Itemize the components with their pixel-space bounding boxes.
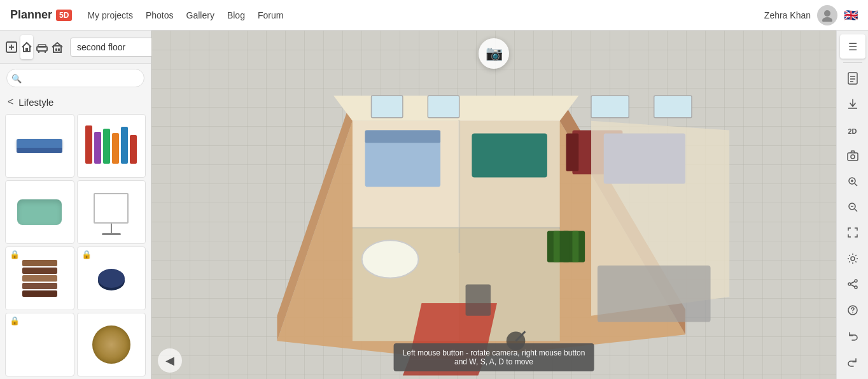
- redo-icon: [847, 356, 858, 370]
- undo-button[interactable]: [840, 325, 865, 349]
- search-wrap: 🔍: [0, 64, 151, 92]
- svg-marker-33: [403, 360, 484, 376]
- fullscreen-button[interactable]: [840, 222, 865, 246]
- svg-rect-10: [55, 48, 57, 51]
- svg-rect-30: [563, 231, 570, 262]
- svg-rect-36: [598, 266, 711, 322]
- zoom-in-button[interactable]: [840, 170, 865, 194]
- home-btn[interactable]: [20, 35, 33, 59]
- list-item[interactable]: 🔒: [77, 247, 146, 310]
- svg-point-58: [851, 257, 855, 261]
- top-nav: Planner 5D My projects Photos Gallery Bl…: [0, 0, 868, 31]
- category-header[interactable]: < Lifestyle: [0, 92, 151, 111]
- list-item[interactable]: [5, 114, 74, 178]
- gear-icon: [847, 253, 858, 267]
- settings-button[interactable]: [840, 248, 865, 272]
- back-arrow-icon: <: [8, 96, 13, 108]
- list-item[interactable]: [5, 180, 74, 244]
- help-icon: [847, 304, 858, 318]
- redo-button[interactable]: [840, 351, 865, 375]
- svg-rect-23: [365, 131, 440, 143]
- svg-point-50: [851, 155, 855, 159]
- zoom-out-icon: [847, 201, 858, 215]
- user-name: Zehra Khan: [764, 10, 811, 20]
- lock-icon: 🔒: [10, 316, 20, 325]
- list-item[interactable]: [77, 313, 146, 376]
- item-grid: 🔒 🔒 🔒: [0, 111, 151, 379]
- logo-text: Planner: [10, 8, 52, 22]
- left-arrow-icon: ◀: [165, 354, 174, 368]
- menu-button[interactable]: ☰: [840, 34, 865, 59]
- new-project-btn[interactable]: [5, 35, 18, 59]
- svg-line-63: [851, 285, 855, 287]
- right-sidebar: ☰ 2D: [836, 31, 868, 379]
- main-layout: second floor first floor third floor ▼ 🔍…: [0, 31, 868, 379]
- svg-point-61: [848, 283, 851, 285]
- nav-right: Zehra Khan 🇬🇧: [764, 5, 858, 25]
- zoom-out-button[interactable]: [840, 196, 865, 220]
- svg-rect-24: [472, 133, 547, 177]
- svg-line-62: [851, 282, 855, 283]
- svg-rect-40: [591, 96, 629, 118]
- svg-rect-44: [848, 73, 857, 84]
- undo-icon: [847, 330, 858, 344]
- floor-plan-svg: [151, 31, 836, 379]
- toolbar-row: second floor first floor third floor ▼: [0, 31, 151, 64]
- svg-point-65: [852, 312, 853, 313]
- divider: [843, 62, 862, 63]
- 2d-label: 2D: [848, 127, 857, 135]
- svg-point-0: [824, 10, 830, 17]
- svg-rect-31: [572, 231, 578, 262]
- building-btn[interactable]: [51, 35, 64, 59]
- svg-rect-41: [654, 96, 692, 118]
- svg-rect-29: [554, 231, 560, 262]
- nav-my-projects[interactable]: My projects: [87, 10, 133, 20]
- viewport-3d[interactable]: 📷 ◀ Left mouse button - rotate camera, r…: [151, 31, 836, 379]
- list-item[interactable]: [77, 180, 146, 244]
- lock-icon: 🔒: [81, 250, 92, 259]
- list-item[interactable]: 🔒: [5, 247, 74, 310]
- svg-rect-37: [604, 133, 685, 183]
- download-icon: [847, 98, 858, 112]
- svg-rect-38: [428, 96, 459, 118]
- nav-blog[interactable]: Blog: [227, 10, 245, 20]
- snapshot-button[interactable]: [840, 145, 865, 169]
- logo-badge: 5D: [56, 10, 72, 21]
- camera-icon: 📷: [486, 45, 503, 62]
- files-button[interactable]: [840, 67, 865, 91]
- share-icon: [847, 278, 858, 292]
- menu-icon: ☰: [848, 41, 857, 53]
- svg-rect-49: [848, 153, 858, 161]
- zoom-in-icon: [847, 176, 858, 190]
- svg-point-27: [362, 240, 419, 278]
- svg-line-52: [855, 183, 857, 186]
- svg-line-56: [855, 209, 857, 211]
- flag-icon: 🇬🇧: [844, 8, 858, 22]
- logo: Planner 5D: [10, 8, 72, 22]
- svg-point-60: [855, 286, 857, 289]
- nav-links: My projects Photos Gallery Blog Forum: [87, 10, 283, 20]
- share-button[interactable]: [840, 273, 865, 297]
- svg-rect-34: [466, 284, 491, 315]
- lock-icon: 🔒: [10, 250, 20, 259]
- svg-rect-39: [372, 96, 403, 118]
- snapshot-icon: [846, 150, 859, 164]
- nav-photos[interactable]: Photos: [146, 10, 174, 20]
- back-nav-button[interactable]: ◀: [158, 348, 182, 373]
- file-icon: [847, 72, 858, 87]
- furniture-btn[interactable]: [36, 35, 48, 59]
- download-button[interactable]: [840, 93, 865, 117]
- nav-gallery[interactable]: Gallery: [186, 10, 214, 20]
- svg-point-1: [822, 17, 832, 22]
- category-label: Lifestyle: [18, 97, 53, 108]
- fullscreen-icon: [847, 227, 858, 241]
- list-item[interactable]: 🔒: [5, 313, 74, 376]
- help-button[interactable]: [840, 299, 865, 324]
- nav-forum[interactable]: Forum: [258, 10, 283, 20]
- search-input[interactable]: [6, 69, 144, 87]
- avatar[interactable]: [817, 5, 837, 25]
- 2d-button[interactable]: 2D: [840, 118, 865, 143]
- camera-button[interactable]: 📷: [479, 38, 509, 69]
- svg-point-59: [855, 280, 857, 282]
- list-item[interactable]: [77, 114, 146, 178]
